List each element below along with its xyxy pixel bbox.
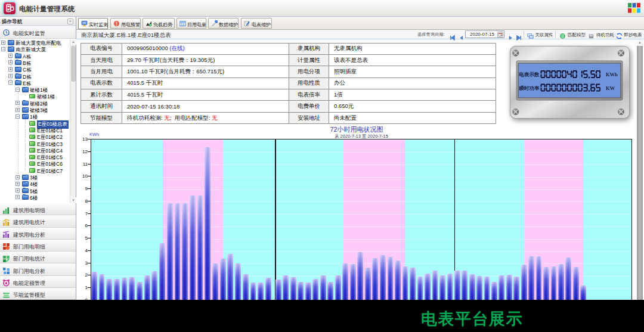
svg-text:电表示数: 电表示数 [519, 72, 540, 77]
svg-text:KW: KW [606, 85, 615, 91]
svg-text:KWh: KWh [606, 72, 618, 77]
svg-text:瞬时功率: 瞬时功率 [519, 85, 540, 91]
